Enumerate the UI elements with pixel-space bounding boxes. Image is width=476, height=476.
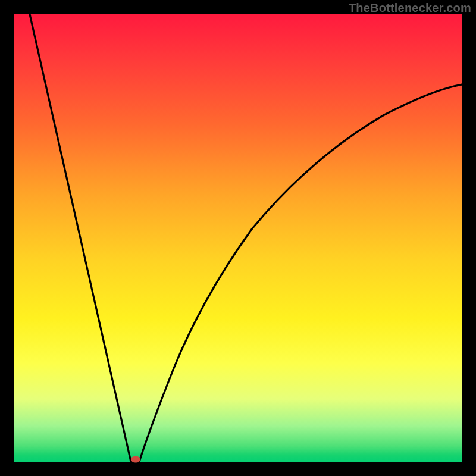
- bottleneck-curve: [14, 14, 462, 462]
- curve-right-branch: [139, 84, 462, 462]
- watermark-text: TheBottlenecker.com: [349, 1, 471, 15]
- optimal-point-marker: [131, 456, 140, 463]
- chart-frame: TheBottlenecker.com: [0, 0, 476, 476]
- plot-area: [14, 14, 462, 462]
- curve-left-branch: [30, 14, 131, 462]
